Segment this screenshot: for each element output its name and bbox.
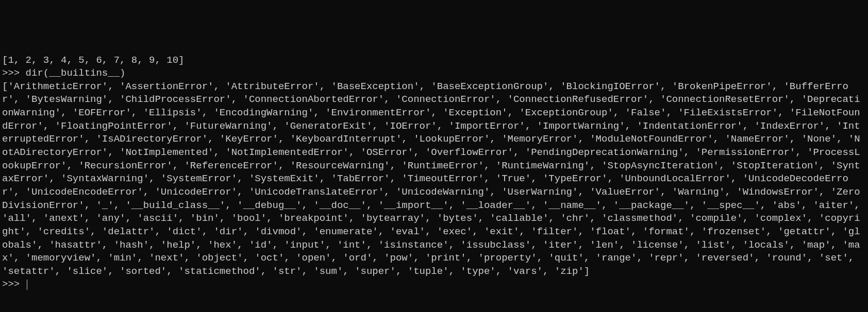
command-text: dir(__builtins__)	[26, 67, 126, 79]
command-line: >>> dir(__builtins__)	[2, 67, 866, 80]
python-prompt: >>>	[2, 279, 26, 290]
previous-output-line: [1, 2, 3, 4, 5, 6, 7, 8, 9, 10]	[2, 54, 866, 67]
current-prompt-line[interactable]: >>>	[2, 278, 866, 291]
python-prompt: >>>	[2, 67, 26, 79]
command-output: ['ArithmeticError', 'AssertionError', 'A…	[2, 81, 866, 277]
terminal-window[interactable]: [1, 2, 3, 4, 5, 6, 7, 8, 9, 10]>>> dir(_…	[0, 53, 868, 312]
cursor	[27, 280, 27, 290]
